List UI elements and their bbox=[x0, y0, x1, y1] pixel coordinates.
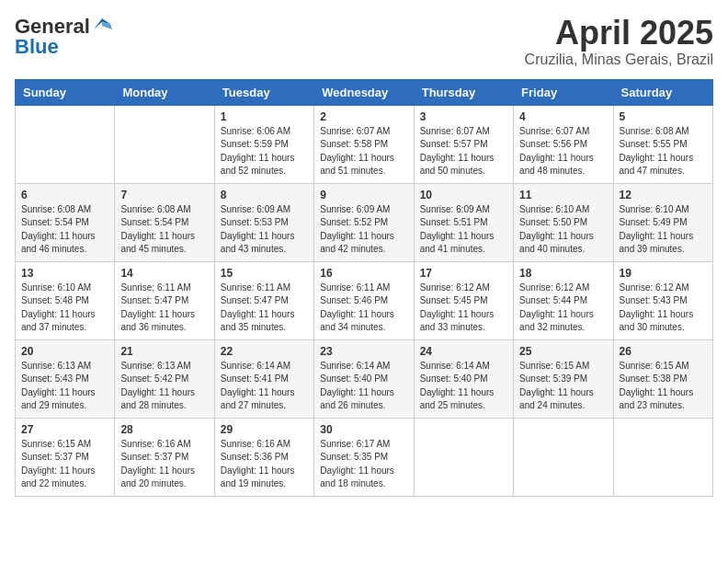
day-info: Sunrise: 6:16 AM Sunset: 5:37 PM Dayligh… bbox=[120, 438, 208, 491]
calendar-day-cell bbox=[613, 418, 712, 496]
calendar-week-row: 6Sunrise: 6:08 AM Sunset: 5:54 PM Daylig… bbox=[16, 183, 713, 261]
day-number: 10 bbox=[420, 189, 507, 201]
calendar-day-cell: 16Sunrise: 6:11 AM Sunset: 5:46 PM Dayli… bbox=[314, 261, 414, 339]
day-info: Sunrise: 6:10 AM Sunset: 5:49 PM Dayligh… bbox=[620, 203, 707, 257]
calendar-day-cell: 27Sunrise: 6:15 AM Sunset: 5:37 PM Dayli… bbox=[16, 418, 115, 496]
day-number: 3 bbox=[420, 110, 507, 123]
logo: General Blue bbox=[15, 15, 112, 59]
logo-bird-icon bbox=[92, 17, 112, 33]
calendar-day-cell bbox=[16, 105, 115, 183]
day-number: 8 bbox=[221, 189, 308, 201]
logo-blue: Blue bbox=[15, 35, 59, 59]
calendar-table: SundayMondayTuesdayWednesdayThursdayFrid… bbox=[15, 79, 713, 497]
day-number: 7 bbox=[120, 189, 208, 201]
day-info: Sunrise: 6:14 AM Sunset: 5:40 PM Dayligh… bbox=[320, 360, 407, 413]
day-number: 27 bbox=[21, 423, 108, 436]
day-info: Sunrise: 6:15 AM Sunset: 5:38 PM Dayligh… bbox=[620, 360, 707, 413]
day-info: Sunrise: 6:07 AM Sunset: 5:56 PM Dayligh… bbox=[519, 125, 607, 178]
calendar-day-header: Saturday bbox=[613, 79, 712, 105]
day-info: Sunrise: 6:09 AM Sunset: 5:52 PM Dayligh… bbox=[320, 203, 407, 257]
calendar-day-cell: 25Sunrise: 6:15 AM Sunset: 5:39 PM Dayli… bbox=[514, 339, 613, 418]
calendar-day-cell: 3Sunrise: 6:07 AM Sunset: 5:57 PM Daylig… bbox=[414, 105, 513, 183]
calendar-day-cell: 4Sunrise: 6:07 AM Sunset: 5:56 PM Daylig… bbox=[514, 105, 613, 183]
page-header: General Blue April 2025 Cruzilia, Minas … bbox=[15, 15, 713, 68]
calendar-week-row: 1Sunrise: 6:06 AM Sunset: 5:59 PM Daylig… bbox=[16, 105, 713, 183]
calendar-day-cell: 2Sunrise: 6:07 AM Sunset: 5:58 PM Daylig… bbox=[314, 105, 414, 183]
day-info: Sunrise: 6:14 AM Sunset: 5:40 PM Dayligh… bbox=[420, 360, 507, 413]
calendar-day-cell: 12Sunrise: 6:10 AM Sunset: 5:49 PM Dayli… bbox=[613, 183, 712, 261]
day-number: 14 bbox=[120, 267, 208, 280]
location-title: Cruzilia, Minas Gerais, Brazil bbox=[525, 52, 713, 68]
calendar-day-cell: 24Sunrise: 6:14 AM Sunset: 5:40 PM Dayli… bbox=[414, 339, 513, 418]
month-title: April 2025 bbox=[525, 15, 713, 52]
calendar-day-header: Wednesday bbox=[314, 79, 414, 105]
calendar-day-cell: 7Sunrise: 6:08 AM Sunset: 5:54 PM Daylig… bbox=[115, 183, 214, 261]
day-number: 17 bbox=[420, 267, 507, 280]
calendar-day-cell: 26Sunrise: 6:15 AM Sunset: 5:38 PM Dayli… bbox=[613, 339, 712, 418]
day-info: Sunrise: 6:08 AM Sunset: 5:54 PM Dayligh… bbox=[21, 203, 108, 257]
day-info: Sunrise: 6:07 AM Sunset: 5:58 PM Dayligh… bbox=[320, 125, 407, 178]
day-info: Sunrise: 6:09 AM Sunset: 5:53 PM Dayligh… bbox=[221, 203, 308, 257]
calendar-day-cell: 19Sunrise: 6:12 AM Sunset: 5:43 PM Dayli… bbox=[613, 261, 712, 339]
day-number: 25 bbox=[519, 345, 607, 358]
day-number: 13 bbox=[21, 267, 108, 280]
day-number: 23 bbox=[320, 345, 407, 358]
day-number: 18 bbox=[519, 267, 607, 280]
day-info: Sunrise: 6:12 AM Sunset: 5:44 PM Dayligh… bbox=[519, 282, 607, 335]
calendar-day-header: Tuesday bbox=[214, 79, 313, 105]
day-info: Sunrise: 6:11 AM Sunset: 5:46 PM Dayligh… bbox=[320, 282, 407, 335]
calendar-day-header: Sunday bbox=[16, 79, 115, 105]
calendar-day-cell: 22Sunrise: 6:14 AM Sunset: 5:41 PM Dayli… bbox=[214, 339, 313, 418]
calendar-day-cell bbox=[115, 105, 214, 183]
day-info: Sunrise: 6:12 AM Sunset: 5:43 PM Dayligh… bbox=[620, 282, 707, 335]
calendar-day-cell: 18Sunrise: 6:12 AM Sunset: 5:44 PM Dayli… bbox=[514, 261, 613, 339]
calendar-day-cell: 5Sunrise: 6:08 AM Sunset: 5:55 PM Daylig… bbox=[613, 105, 712, 183]
day-number: 11 bbox=[519, 189, 607, 201]
day-number: 16 bbox=[320, 267, 407, 280]
day-number: 22 bbox=[221, 345, 308, 358]
day-number: 26 bbox=[620, 345, 707, 358]
day-info: Sunrise: 6:10 AM Sunset: 5:48 PM Dayligh… bbox=[21, 282, 108, 335]
calendar-week-row: 13Sunrise: 6:10 AM Sunset: 5:48 PM Dayli… bbox=[16, 261, 713, 339]
calendar-day-cell: 11Sunrise: 6:10 AM Sunset: 5:50 PM Dayli… bbox=[514, 183, 613, 261]
calendar-day-cell: 20Sunrise: 6:13 AM Sunset: 5:43 PM Dayli… bbox=[16, 339, 115, 418]
calendar-day-cell: 1Sunrise: 6:06 AM Sunset: 5:59 PM Daylig… bbox=[214, 105, 313, 183]
day-number: 4 bbox=[519, 110, 607, 123]
day-number: 21 bbox=[120, 345, 208, 358]
calendar-day-cell: 17Sunrise: 6:12 AM Sunset: 5:45 PM Dayli… bbox=[414, 261, 513, 339]
day-info: Sunrise: 6:17 AM Sunset: 5:35 PM Dayligh… bbox=[320, 438, 407, 491]
day-info: Sunrise: 6:10 AM Sunset: 5:50 PM Dayligh… bbox=[519, 203, 607, 257]
day-info: Sunrise: 6:09 AM Sunset: 5:51 PM Dayligh… bbox=[420, 203, 507, 257]
calendar-day-cell bbox=[414, 418, 513, 496]
day-info: Sunrise: 6:13 AM Sunset: 5:43 PM Dayligh… bbox=[21, 360, 108, 413]
calendar-week-row: 20Sunrise: 6:13 AM Sunset: 5:43 PM Dayli… bbox=[16, 339, 713, 418]
day-number: 2 bbox=[320, 110, 407, 123]
day-info: Sunrise: 6:07 AM Sunset: 5:57 PM Dayligh… bbox=[420, 125, 507, 178]
day-number: 30 bbox=[320, 423, 407, 436]
day-number: 24 bbox=[420, 345, 507, 358]
calendar-day-cell: 28Sunrise: 6:16 AM Sunset: 5:37 PM Dayli… bbox=[115, 418, 214, 496]
day-info: Sunrise: 6:08 AM Sunset: 5:54 PM Dayligh… bbox=[120, 203, 208, 257]
day-number: 5 bbox=[620, 110, 707, 123]
day-number: 15 bbox=[221, 267, 308, 280]
calendar-day-header: Monday bbox=[115, 79, 214, 105]
day-info: Sunrise: 6:15 AM Sunset: 5:39 PM Dayligh… bbox=[519, 360, 607, 413]
calendar-day-cell: 15Sunrise: 6:11 AM Sunset: 5:47 PM Dayli… bbox=[214, 261, 313, 339]
day-number: 1 bbox=[221, 110, 308, 123]
calendar-day-cell: 13Sunrise: 6:10 AM Sunset: 5:48 PM Dayli… bbox=[16, 261, 115, 339]
day-info: Sunrise: 6:13 AM Sunset: 5:42 PM Dayligh… bbox=[120, 360, 208, 413]
calendar-day-cell: 30Sunrise: 6:17 AM Sunset: 5:35 PM Dayli… bbox=[314, 418, 414, 496]
day-info: Sunrise: 6:16 AM Sunset: 5:36 PM Dayligh… bbox=[221, 438, 308, 491]
day-info: Sunrise: 6:08 AM Sunset: 5:55 PM Dayligh… bbox=[620, 125, 707, 178]
day-number: 12 bbox=[620, 189, 707, 201]
calendar-day-cell: 21Sunrise: 6:13 AM Sunset: 5:42 PM Dayli… bbox=[115, 339, 214, 418]
day-info: Sunrise: 6:14 AM Sunset: 5:41 PM Dayligh… bbox=[221, 360, 308, 413]
day-number: 9 bbox=[320, 189, 407, 201]
calendar-day-cell: 9Sunrise: 6:09 AM Sunset: 5:52 PM Daylig… bbox=[314, 183, 414, 261]
day-info: Sunrise: 6:15 AM Sunset: 5:37 PM Dayligh… bbox=[21, 438, 108, 491]
calendar-day-cell: 14Sunrise: 6:11 AM Sunset: 5:47 PM Dayli… bbox=[115, 261, 214, 339]
calendar-day-cell: 29Sunrise: 6:16 AM Sunset: 5:36 PM Dayli… bbox=[214, 418, 313, 496]
day-number: 28 bbox=[120, 423, 208, 436]
title-section: April 2025 Cruzilia, Minas Gerais, Brazi… bbox=[525, 15, 713, 68]
day-info: Sunrise: 6:12 AM Sunset: 5:45 PM Dayligh… bbox=[420, 282, 507, 335]
